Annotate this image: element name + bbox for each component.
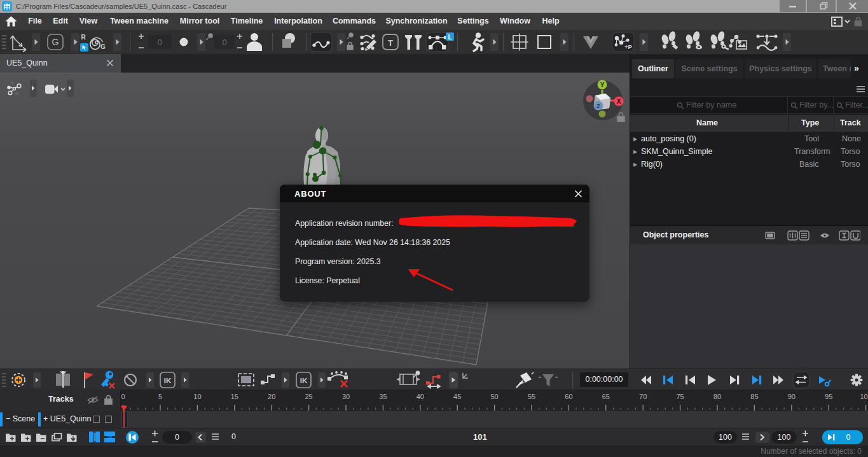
svg-text:IK: IK <box>164 377 172 384</box>
svg-text:X: X <box>617 98 621 105</box>
svg-text:L: L <box>448 34 451 41</box>
svg-text:G: G <box>100 43 106 50</box>
svg-text:T: T <box>388 38 393 48</box>
svg-text:+P: +P <box>624 43 633 50</box>
svg-text:R: R <box>81 34 86 41</box>
svg-text:0: 0 <box>222 38 226 47</box>
svg-text:Y: Y <box>600 81 605 88</box>
svg-text:IK: IK <box>300 377 308 384</box>
svg-text:0: 0 <box>157 38 162 47</box>
svg-text:G: G <box>52 37 59 47</box>
svg-text:Z: Z <box>596 103 600 109</box>
